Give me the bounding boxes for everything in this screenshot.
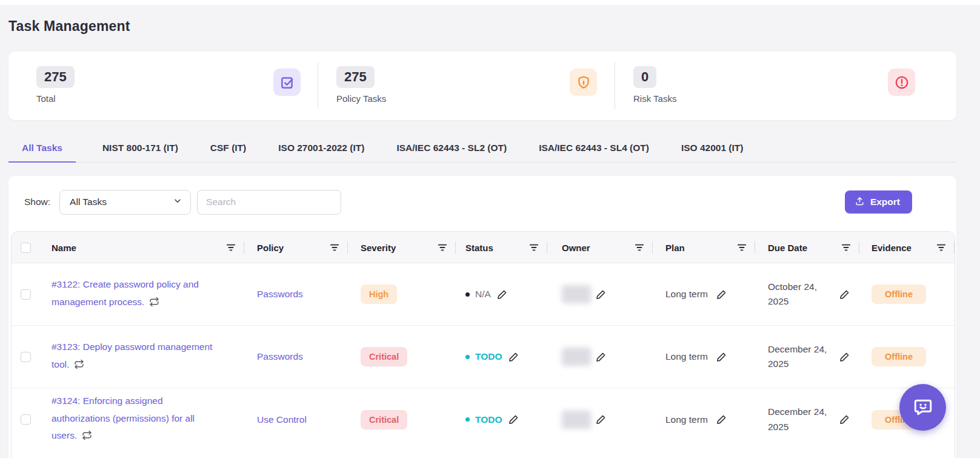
page-title: Task Management <box>8 18 130 35</box>
tab-iso-42001[interactable]: ISO 42001 (IT) <box>668 136 757 163</box>
column-header-owner: Owner <box>547 232 653 263</box>
severity-badge: High <box>361 285 397 304</box>
filter-row: Show: All Tasks Export <box>8 189 956 215</box>
stat-risk-label: Risk Tasks <box>633 93 676 104</box>
plan-text: Long term <box>665 351 708 362</box>
stat-total-value: 275 <box>36 66 75 88</box>
shield-icon <box>570 69 597 96</box>
filter-icon[interactable] <box>330 243 339 252</box>
table-row: #3123: Deploy password management tool. … <box>12 326 955 388</box>
owner-redacted <box>562 348 591 366</box>
recurring-icon[interactable] <box>149 295 159 313</box>
edit-status-icon[interactable] <box>508 414 519 425</box>
tab-isa-iec-62443-sl2[interactable]: ISA/IEC 62443 - SL2 (OT) <box>383 136 520 163</box>
framework-tabs: All Tasks NIST 800-171 (IT) CSF (IT) ISO… <box>8 138 956 163</box>
select-all-checkbox[interactable] <box>21 243 31 253</box>
status-text: TODO <box>475 414 502 425</box>
search-input[interactable] <box>197 190 341 215</box>
table-header: Name Policy Severity Status <box>12 232 955 263</box>
tab-all-tasks[interactable]: All Tasks <box>8 136 76 163</box>
table-row: #3124: Enforcing assigned authorizations… <box>12 388 955 451</box>
stat-policy-tasks: 275 Policy Tasks <box>336 66 386 104</box>
status-dot <box>465 417 470 422</box>
tasks-table: Name Policy Severity Status <box>11 231 955 458</box>
upload-icon <box>855 196 865 209</box>
column-header-status: Status <box>456 232 547 263</box>
tab-isa-iec-62443-sl4[interactable]: ISA/IEC 62443 - SL4 (OT) <box>525 136 662 163</box>
task-link[interactable]: #3123: Deploy password management tool. <box>52 338 220 375</box>
due-date-text: October 24, 2025 <box>768 280 830 309</box>
status-text: TODO <box>475 351 502 362</box>
show-label: Show: <box>24 197 50 207</box>
export-button[interactable]: Export <box>845 190 912 214</box>
stat-policy-value: 275 <box>336 66 375 88</box>
tasks-panel: Show: All Tasks Export Name <box>8 176 956 458</box>
show-select[interactable]: All Tasks <box>59 190 191 215</box>
edit-due-date-icon[interactable] <box>839 351 850 363</box>
stat-risk-tasks: 0 Risk Tasks <box>633 66 676 104</box>
evidence-badge: Offline <box>872 347 926 366</box>
edit-due-date-icon[interactable] <box>839 289 850 300</box>
row-checkbox[interactable] <box>21 289 31 300</box>
policy-link[interactable]: Passwords <box>244 289 303 300</box>
status-text: N/A <box>475 289 491 300</box>
policy-link[interactable]: Use Control <box>244 414 307 425</box>
chevron-down-icon <box>173 197 182 207</box>
filter-icon[interactable] <box>529 243 539 252</box>
alert-circle-icon <box>888 69 915 96</box>
tab-iso-27001-2022[interactable]: ISO 27001-2022 (IT) <box>265 136 378 163</box>
column-header-plan: Plan <box>653 232 755 263</box>
column-header-due-date: Due Date <box>755 232 859 263</box>
evidence-badge: Offline <box>872 285 926 304</box>
owner-redacted <box>562 285 591 303</box>
check-square-icon <box>273 69 301 96</box>
recurring-icon[interactable] <box>74 358 84 375</box>
top-strip <box>0 0 980 5</box>
row-checkbox[interactable] <box>21 414 31 425</box>
plan-text: Long term <box>665 414 708 425</box>
export-button-label: Export <box>870 197 900 207</box>
edit-plan-icon[interactable] <box>716 414 727 425</box>
severity-badge: Critical <box>361 410 407 429</box>
owner-redacted <box>562 411 591 429</box>
stats-card: 275 Total 275 Policy Tasks 0 Risk Tasks <box>8 52 956 120</box>
filter-icon[interactable] <box>841 243 851 252</box>
column-header-evidence: Evidence <box>859 232 955 263</box>
policy-link[interactable]: Passwords <box>244 351 303 362</box>
edit-owner-icon[interactable] <box>595 351 607 363</box>
tab-csf[interactable]: CSF (IT) <box>197 136 259 163</box>
stat-risk-value: 0 <box>633 66 656 88</box>
filter-icon[interactable] <box>438 243 447 252</box>
chat-smiley-icon <box>912 396 934 419</box>
status-dot <box>465 292 470 297</box>
due-date-text: December 24, 2025 <box>768 405 830 434</box>
edit-plan-icon[interactable] <box>716 351 727 363</box>
edit-owner-icon[interactable] <box>595 289 607 300</box>
due-date-text: December 24, 2025 <box>768 342 830 371</box>
edit-plan-icon[interactable] <box>716 289 727 300</box>
edit-status-icon[interactable] <box>508 351 519 363</box>
filter-icon[interactable] <box>635 243 644 252</box>
stat-divider <box>615 62 615 109</box>
task-link[interactable]: #3124: Enforcing assigned authorizations… <box>52 392 220 446</box>
task-link[interactable]: #3122: Create password policy and manage… <box>52 276 220 312</box>
tab-nist-800-171[interactable]: NIST 800-171 (IT) <box>89 136 192 163</box>
filter-icon[interactable] <box>226 243 236 252</box>
recurring-icon[interactable] <box>82 429 92 446</box>
edit-status-icon[interactable] <box>496 289 508 300</box>
column-header-severity: Severity <box>348 232 456 263</box>
status-dot <box>465 355 470 359</box>
stat-total-label: Total <box>36 93 75 104</box>
chat-widget-button[interactable] <box>899 384 946 431</box>
stat-divider <box>318 62 318 109</box>
row-checkbox[interactable] <box>21 352 31 362</box>
stat-total: 275 Total <box>36 66 75 104</box>
table-row: #3122: Create password policy and manage… <box>12 263 955 326</box>
edit-owner-icon[interactable] <box>595 414 607 425</box>
stat-policy-label: Policy Tasks <box>336 93 386 104</box>
column-header-policy: Policy <box>244 232 348 263</box>
filter-icon[interactable] <box>737 243 747 252</box>
show-select-value: All Tasks <box>70 197 107 207</box>
filter-icon[interactable] <box>936 243 946 252</box>
edit-due-date-icon[interactable] <box>839 414 850 425</box>
